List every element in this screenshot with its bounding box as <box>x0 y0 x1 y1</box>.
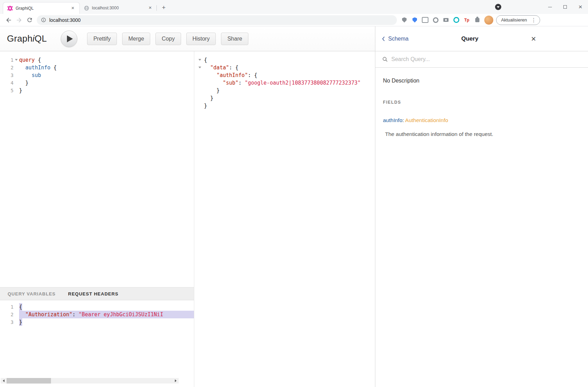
line-number: 2 <box>2 65 14 70</box>
shield-extension-icon[interactable] <box>400 16 409 24</box>
profile-avatar[interactable] <box>484 16 493 25</box>
result-pane: { "data": { "authInfo": { "sub": "google… <box>194 51 375 387</box>
new-tab-button[interactable]: + <box>159 3 169 13</box>
graphiql-topbar: GraphiQL PrettifyMergeCopyHistoryShare <box>0 26 375 51</box>
field-description: The authentication information of the re… <box>383 131 580 137</box>
share-button[interactable]: Share <box>221 33 248 45</box>
code-line: } <box>204 102 375 110</box>
fold-arrow-icon[interactable] <box>14 56 19 64</box>
blue-shield-extension-icon[interactable] <box>411 16 419 24</box>
tab-close-icon[interactable]: × <box>147 5 153 11</box>
code-line: { <box>204 56 375 64</box>
globe-favicon <box>84 6 89 11</box>
result-viewer-gutter <box>194 56 203 110</box>
update-chrome-button[interactable]: Aktualisieren ⋮ <box>496 15 540 25</box>
scrollbar-thumb[interactable] <box>7 378 51 384</box>
update-button-label: Aktualisieren <box>501 17 527 23</box>
gutter-line <box>194 79 203 87</box>
screenshot-extension-icon[interactable] <box>421 16 429 24</box>
browser-toolbar: Tp Aktualisieren ⋮ <box>0 14 588 26</box>
browser-tab-graphiql[interactable]: GraphiQL × <box>3 2 80 14</box>
code-line: "sub": "google-oauth2|108377380082777232… <box>204 79 375 87</box>
tp-extension-icon[interactable]: Tp <box>463 16 471 24</box>
maximize-button[interactable] <box>557 0 573 14</box>
history-button[interactable]: History <box>186 33 216 45</box>
field-name-link[interactable]: authInfo <box>383 117 402 123</box>
reload-icon <box>26 17 33 23</box>
url-input[interactable] <box>49 17 366 23</box>
doc-search-input[interactable] <box>391 56 581 62</box>
execute-query-button[interactable] <box>61 31 77 47</box>
play-icon <box>67 35 73 42</box>
reload-button[interactable] <box>24 15 35 25</box>
headers-editor-code[interactable]: { "Authorization": "Bearer eyJhbGciOiJSU… <box>19 303 194 326</box>
field-type-link[interactable]: AuthenticationInfo <box>405 117 448 123</box>
no-description-text: No Description <box>383 78 580 84</box>
scrollbar-track[interactable] <box>7 378 173 384</box>
doc-close-icon[interactable]: × <box>531 35 536 43</box>
editor-column: 12345 query { authInfo { sub }} QUERY VA… <box>0 51 194 387</box>
forward-arrow-icon <box>16 17 23 24</box>
code-line: "data": { <box>204 64 375 71</box>
gutter-line <box>194 71 203 79</box>
doc-search-bar[interactable] <box>375 51 588 68</box>
fold-arrow-icon[interactable] <box>197 56 203 64</box>
fields-heading: FIELDS <box>383 100 580 105</box>
scroll-left-arrow[interactable] <box>1 378 7 384</box>
tab-query-variables[interactable]: QUERY VARIABLES <box>8 291 56 296</box>
site-info-icon[interactable] <box>41 17 46 23</box>
minimize-button[interactable] <box>542 0 557 14</box>
graphiql-logo: GraphiQL <box>7 33 47 44</box>
fold-slot <box>14 87 19 94</box>
fold-arrow-icon[interactable] <box>197 64 203 71</box>
graphiql-session: 12345 query { authInfo { sub }} QUERY VA… <box>0 51 375 387</box>
forward-button[interactable] <box>14 15 24 25</box>
scroll-right-arrow[interactable] <box>173 378 179 384</box>
extensions-puzzle-icon[interactable] <box>473 16 482 24</box>
devtools-extension-icon[interactable] <box>452 16 461 24</box>
request-headers-editor[interactable]: 123 { "Authorization": "Bearer eyJhbGciO… <box>0 303 194 326</box>
browser-update-icon[interactable] <box>495 4 501 10</box>
tab-close-icon[interactable]: × <box>70 5 76 11</box>
copy-button[interactable]: Copy <box>155 33 181 45</box>
browser-menu-icon[interactable]: ⋮ <box>531 17 536 23</box>
fold-slot <box>14 79 19 87</box>
tab-title: GraphiQL <box>16 6 70 11</box>
code-line: { <box>19 303 194 311</box>
merge-button[interactable]: Merge <box>122 33 150 45</box>
doc-content: No Description FIELDS authInfo: Authenti… <box>375 68 588 144</box>
result-viewer[interactable]: { "data": { "authInfo": { "sub": "google… <box>194 51 375 110</box>
browser-tab-localhost[interactable]: localhost:3000 × <box>80 2 157 14</box>
field-separator: : <box>402 117 404 123</box>
prettify-button[interactable]: Prettify <box>87 33 117 45</box>
gutter-line: 1 <box>0 56 19 64</box>
query-editor[interactable]: 12345 query { authInfo { sub }} <box>0 51 194 287</box>
line-number: 2 <box>2 312 14 317</box>
tab-title: localhost:3000 <box>92 6 147 10</box>
headers-editor-wrap: 123 { "Authorization": "Bearer eyJhbGciO… <box>0 300 194 387</box>
graphiql-toolbar: PrettifyMergeCopyHistoryShare <box>87 33 248 45</box>
fold-slot <box>14 303 19 311</box>
close-button[interactable]: × <box>573 0 588 14</box>
line-number: 1 <box>2 304 14 310</box>
code-line: sub <box>19 71 194 79</box>
headers-editor-gutter: 123 <box>0 303 19 326</box>
record-extension-icon[interactable] <box>432 16 440 24</box>
gutter-line <box>194 94 203 102</box>
doc-title: Query <box>409 35 531 42</box>
tab-request-headers[interactable]: REQUEST HEADERS <box>68 291 118 296</box>
horizontal-scrollbar[interactable] <box>1 378 179 384</box>
doc-explorer-panel: Schema Query × No Description FIELDS aut… <box>375 26 588 387</box>
gutter-line: 5 <box>0 87 19 94</box>
back-button[interactable] <box>3 15 14 25</box>
url-bar[interactable] <box>37 15 397 25</box>
doc-back-link[interactable]: Schema <box>382 36 409 42</box>
line-number: 5 <box>2 88 14 93</box>
browser-titlebar: GraphiQL × localhost:3000 × + × <box>0 0 588 14</box>
query-editor-code[interactable]: query { authInfo { sub }} <box>19 56 194 287</box>
gutter-line: 4 <box>0 79 19 87</box>
camera-extension-icon[interactable] <box>442 16 450 24</box>
code-line: } <box>204 87 375 94</box>
code-line: query { <box>19 56 194 64</box>
window-controls: × <box>495 0 588 14</box>
